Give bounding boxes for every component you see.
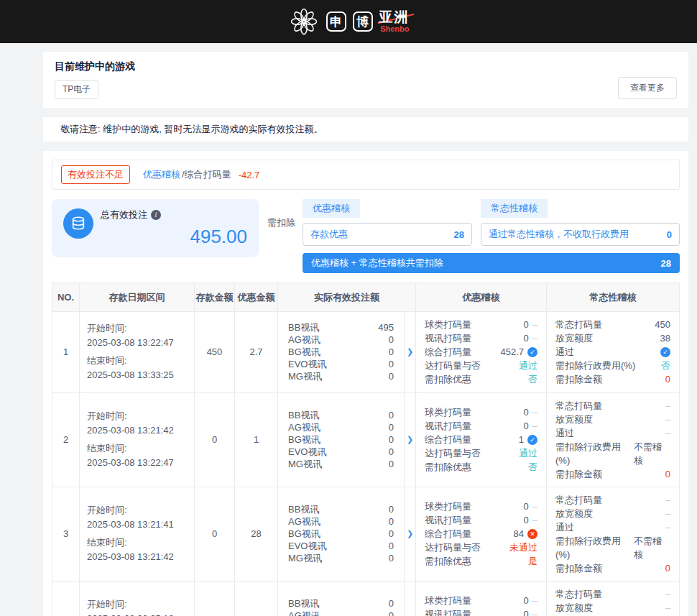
bet-game-name: AG视讯	[288, 515, 320, 528]
maintenance-card: 目前维护中的游戏 TP电子 查看更多	[43, 52, 688, 108]
bet-line: BB视讯0	[288, 597, 394, 610]
audit-line: 放宽额度38	[555, 331, 670, 345]
dash-icon: –	[532, 513, 537, 527]
bet-line: EVO视讯0	[288, 358, 394, 370]
audit-line: 常态打码量450	[555, 318, 670, 331]
audit-line-label: 需扣除优惠	[425, 372, 471, 386]
promo-audit-link[interactable]: 优惠稽核	[143, 168, 180, 181]
dash-icon: –	[532, 419, 537, 433]
promo-audit-cell: 球类打码量0–视讯打码量0–综合打码量84✕达打码量与否未通过需扣除优惠是	[416, 487, 547, 581]
table-row: 4开始时间:2025-03-08 02:05:16结束时间:2025-03-08…	[52, 581, 680, 616]
normal-audit-box[interactable]: 通过常态性稽核，不收取行政费用 0	[481, 223, 680, 246]
bet-value: 0	[389, 346, 394, 358]
bet-line: BG视讯0	[288, 433, 394, 446]
audit-line: 放宽额度–	[555, 413, 670, 426]
deposit-promo-box[interactable]: 存款优惠 28	[303, 223, 472, 246]
audit-line: 需扣除金额0	[555, 561, 670, 575]
bet-value: 0	[389, 610, 394, 616]
deposit-promo-label: 存款优惠	[310, 228, 348, 241]
audit-line-label: 综合打码量	[425, 345, 471, 359]
audit-line: 通过–	[555, 520, 670, 534]
dash-icon: –	[665, 507, 670, 520]
bet-game-name: EVO视讯	[288, 358, 326, 370]
audit-line-label: 达打码量与否	[425, 359, 481, 372]
expand-chevron-icon[interactable]: ❯	[405, 487, 416, 581]
maintenance-game-tag[interactable]: TP电子	[55, 80, 98, 99]
audit-line: 放宽额度–	[555, 507, 670, 520]
audit-line-label: 需扣除金额	[555, 372, 602, 386]
audit-line-value: 0	[524, 594, 529, 607]
bet-value: 0	[389, 446, 394, 458]
audit-line-label: 通过	[555, 345, 574, 359]
audit-line-value: 450	[655, 318, 670, 331]
col-no: NO.	[52, 283, 80, 312]
audit-line: 综合打码量84✕	[425, 527, 537, 541]
audit-line-value: 1	[519, 433, 524, 446]
bet-value: 0	[389, 421, 394, 433]
maintenance-title: 目前维护中的游戏	[55, 60, 677, 73]
audit-line-label: 视讯打码量	[425, 331, 471, 345]
audit-line-label: 球类打码量	[425, 594, 471, 607]
expand-chevron-icon[interactable]: ❯	[405, 392, 416, 487]
audit-line: 需扣除优惠否	[425, 460, 537, 474]
audit-line: 球类打码量0–	[425, 318, 537, 331]
effective-bets-cell: BB视讯0AG视讯0BG视讯0EVO视讯0MG视讯0	[278, 392, 405, 487]
page-content: 目前维护中的游戏 TP电子 查看更多 敬请注意: 维护中的游戏, 暂时无法显示游…	[0, 43, 697, 616]
tab-normal-audit[interactable]: 常态性稽核	[481, 199, 548, 218]
status-deficit-value: -42.7	[239, 170, 260, 180]
bet-line: MG视讯0	[288, 552, 394, 564]
audit-line-value: 是	[528, 554, 537, 568]
bet-value: 0	[389, 358, 394, 370]
status-box: 有效投注不足 优惠稽核 /综合打码量 -42.7	[52, 160, 680, 190]
dash-icon: –	[532, 331, 537, 345]
audit-line-value: 通过	[519, 359, 537, 372]
total-deduction-value: 28	[661, 258, 671, 269]
dash-icon: –	[665, 520, 670, 534]
dash-icon: –	[665, 493, 670, 507]
shenbo-logo: 申 博 亚洲 Shenbo	[288, 6, 410, 37]
bet-game-name: BB视讯	[288, 409, 319, 421]
deposit-amount-cell: 450	[195, 312, 235, 393]
col-deposit-amount: 存款金额	[195, 283, 235, 312]
audit-line-label: 常态打码量	[555, 318, 602, 331]
info-icon[interactable]: i	[151, 210, 161, 220]
audit-line-value: 0	[665, 561, 670, 575]
audit-line-label: 常态打码量	[555, 493, 602, 507]
bet-game-name: MG视讯	[288, 552, 322, 564]
audit-line-value: 84	[514, 527, 524, 541]
audit-line-label: 放宽额度	[555, 331, 593, 345]
bet-line: EVO视讯0	[288, 540, 394, 552]
audit-line-label: 放宽额度	[555, 413, 593, 426]
bet-value: 0	[389, 515, 394, 528]
audit-line-label: 通过	[555, 520, 574, 534]
dash-icon: –	[532, 607, 537, 616]
normal-audit-cell: 常态打码量450放宽额度38通过✓需扣除行政费用(%)否需扣除金额0	[547, 312, 680, 393]
audit-line-value: 452.7	[500, 345, 524, 359]
bet-game-name: BG视讯	[288, 528, 320, 540]
audit-line: 常态打码量–	[555, 399, 670, 413]
tab-promo-audit[interactable]: 优惠稽核	[303, 199, 360, 218]
bet-line: BG视讯0	[288, 528, 394, 540]
coins-icon	[63, 208, 93, 239]
audit-line-label: 视讯打码量	[425, 419, 471, 433]
col-bonus-amount: 优惠金额	[235, 283, 278, 312]
logo-char-shen: 申	[326, 12, 346, 32]
total-deduction-bar: 优惠稽核 + 常态性稽核共需扣除 28	[303, 253, 680, 273]
audit-line: 常态打码量–	[555, 493, 670, 507]
bet-line: BB视讯0	[288, 503, 394, 515]
audit-line: 常态打码量–	[555, 587, 670, 601]
audit-line: 综合打码量1✓	[425, 433, 537, 446]
deposit-promo-value: 28	[454, 229, 464, 240]
expand-chevron-icon[interactable]: ❯	[405, 312, 416, 393]
col-normal-audit: 常态性稽核	[547, 283, 680, 312]
view-more-button[interactable]: 查看更多	[618, 77, 677, 99]
audit-line-value: 0	[524, 500, 529, 513]
audit-line-label: 综合打码量	[425, 433, 471, 446]
bet-line: AG视讯0	[288, 421, 394, 433]
expand-chevron-icon[interactable]: ❯	[405, 581, 416, 616]
bet-value: 495	[378, 321, 394, 334]
audit-line-label: 综合打码量	[425, 527, 471, 541]
bet-game-name: BG视讯	[288, 346, 320, 358]
audit-line: 需扣除金额0	[555, 467, 670, 481]
audit-line: 达打码量与否通过	[425, 446, 537, 460]
